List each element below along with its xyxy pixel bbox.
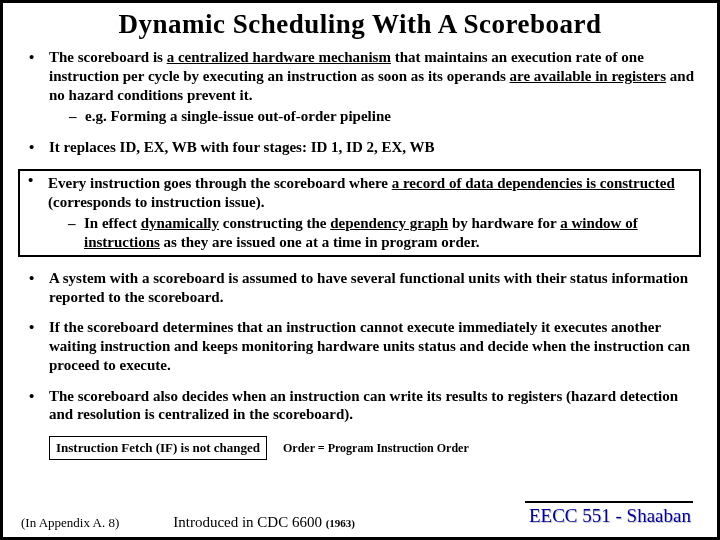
footer-row2: (In Appendix A. 8) Introduced in CDC 660…: [21, 513, 699, 531]
sub-bullet: e.g. Forming a single-issue out-of-order…: [69, 107, 699, 126]
year: (1963): [326, 517, 355, 529]
slide-frame: Dynamic Scheduling With A Scoreboard The…: [0, 0, 720, 540]
text: by hardware for: [448, 215, 560, 231]
text: It replaces ID, EX, WB with four stages:…: [49, 139, 435, 155]
text-underline: a record of data dependencies is constru…: [392, 175, 675, 191]
if-box: Instruction Fetch (IF) is not changed: [49, 436, 267, 460]
bullet-3-boxed: Every instruction goes through the score…: [18, 169, 701, 257]
text: constructing the: [219, 215, 330, 231]
slide-title: Dynamic Scheduling With A Scoreboard: [21, 9, 699, 40]
text-underline: a centralized hardware mechanism: [167, 49, 391, 65]
text-underline: are available in registers: [510, 68, 667, 84]
text: e.g. Forming a single-issue out-of-order…: [85, 108, 391, 124]
text: Every instruction goes through the score…: [48, 175, 392, 191]
text: The scoreboard is: [49, 49, 167, 65]
text: In effect: [84, 215, 141, 231]
text: (corresponds to instruction issue).: [48, 194, 264, 210]
bullet-1: The scoreboard is a centralized hardware…: [21, 48, 699, 126]
sub-list: In effect dynamically constructing the d…: [48, 214, 695, 252]
bullet-4: A system with a scoreboard is assumed to…: [21, 269, 699, 307]
text: Introduced in CDC 6600: [173, 514, 325, 530]
text: The scoreboard also decides when an inst…: [49, 388, 678, 423]
order-text: Order = Program Instruction Order: [283, 441, 469, 456]
sub-bullet: In effect dynamically constructing the d…: [68, 214, 695, 252]
text-underline: dependency graph: [330, 215, 448, 231]
course-footer: EECC 551 - Shaaban: [525, 501, 693, 527]
bullet-5: If the scoreboard determines that an ins…: [21, 318, 699, 374]
cdc-text: Introduced in CDC 6600 (1963): [173, 514, 355, 531]
text-underline: dynamically: [141, 215, 219, 231]
bullet-6: The scoreboard also decides when an inst…: [21, 387, 699, 425]
footer-row1: Instruction Fetch (IF) is not changed Or…: [21, 436, 699, 460]
appendix-ref: (In Appendix A. 8): [21, 515, 119, 531]
text: If the scoreboard determines that an ins…: [49, 319, 690, 373]
bullet-list: The scoreboard is a centralized hardware…: [21, 48, 699, 424]
text: A system with a scoreboard is assumed to…: [49, 270, 688, 305]
bullet-2: It replaces ID, EX, WB with four stages:…: [21, 138, 699, 157]
text: as they are issued one at a time in prog…: [160, 234, 480, 250]
sub-list: e.g. Forming a single-issue out-of-order…: [49, 107, 699, 126]
